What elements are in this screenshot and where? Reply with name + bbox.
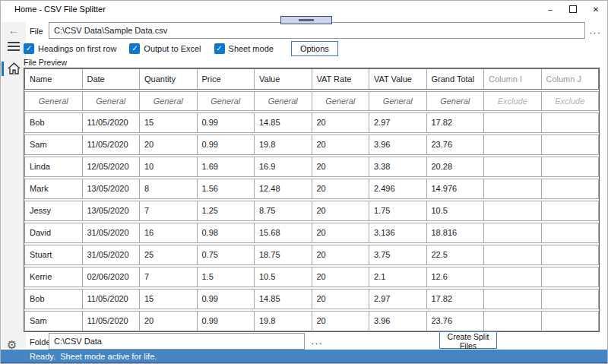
checkbox-label: Sheet mode xyxy=(229,44,274,53)
status-bar: Ready. Sheet mode active for life. xyxy=(1,350,607,364)
table-cell: 20.28 xyxy=(427,157,485,176)
table-row: Stuart31/05/2020250.7518.75203.7522.5 xyxy=(24,245,599,265)
table-cell: 31/05/2020 xyxy=(83,223,141,242)
table-cell: 20 xyxy=(312,245,370,264)
column-header-quantity: Quantity xyxy=(140,69,198,89)
column-format-cell[interactable]: General xyxy=(312,92,370,110)
table-cell: 1.5 xyxy=(198,267,255,286)
settings-button[interactable]: ⚙ xyxy=(7,339,17,350)
create-split-files-button[interactable]: Create Split Files xyxy=(439,331,497,349)
close-icon: ✕ xyxy=(593,5,599,14)
column-format-cell[interactable]: General xyxy=(427,92,485,110)
checkbox-sheet-mode[interactable]: ✓ Sheet mode xyxy=(214,43,274,54)
table-cell: 3.96 xyxy=(369,312,427,331)
table-cell: 2.97 xyxy=(369,113,427,132)
checkbox-headings-on-first-row[interactable]: ✓ Headings on first row xyxy=(24,43,116,54)
table-header-row: NameDateQuantityPriceValueVAT RateVAT Va… xyxy=(24,68,599,90)
status-text: Ready. Sheet mode active for life. xyxy=(30,352,157,361)
table-cell: 0.98 xyxy=(198,223,255,242)
table-cell: Bob xyxy=(25,113,83,132)
table-format-row: GeneralGeneralGeneralGeneralGeneralGener… xyxy=(24,91,599,111)
column-format-cell[interactable]: General xyxy=(140,92,198,110)
table-cell: Jessy xyxy=(25,201,83,220)
table-row: Jessy13/05/202071.258.75201.7510.5 xyxy=(24,201,599,221)
table-cell: 20 xyxy=(140,135,198,154)
table-cell xyxy=(542,267,599,286)
table-cell: 16.9 xyxy=(255,157,312,176)
table-cell: 11/05/2020 xyxy=(83,135,141,154)
column-format-cell[interactable]: General xyxy=(255,92,312,110)
table-cell xyxy=(484,135,542,154)
table-cell xyxy=(542,290,599,309)
folder-browse-button[interactable]: ··· xyxy=(307,334,327,347)
checkbox-output-to-excel[interactable]: ✓ Output to Excel xyxy=(129,43,201,54)
hamburger-icon xyxy=(8,49,20,51)
table-cell: Kerrie xyxy=(25,267,83,286)
table-cell: 20 xyxy=(312,267,370,286)
column-format-cell[interactable]: General xyxy=(198,92,255,110)
column-format-cell[interactable]: General xyxy=(369,92,427,110)
table-cell: 25 xyxy=(140,245,198,264)
table-cell: 20 xyxy=(312,135,370,154)
column-format-cell[interactable]: General xyxy=(83,92,141,110)
table-cell xyxy=(542,179,599,198)
table-cell: 17.82 xyxy=(427,290,485,309)
table-cell: 0.99 xyxy=(198,290,255,309)
maximize-button[interactable] xyxy=(562,1,584,17)
table-cell: Linda xyxy=(25,157,83,176)
table-cell: 20 xyxy=(312,113,370,132)
table-cell xyxy=(484,113,542,132)
table-cell: 2.97 xyxy=(369,290,427,309)
table-cell: 14.976 xyxy=(427,179,485,198)
column-header-column-i: Column I xyxy=(484,69,542,89)
table-cell: 2.496 xyxy=(369,179,427,198)
table-cell: 1.56 xyxy=(198,179,255,198)
table-cell: 12.6 xyxy=(427,267,485,286)
options-row: ✓ Headings on first row ✓ Output to Exce… xyxy=(24,40,338,57)
minimize-button[interactable]: – xyxy=(539,1,562,17)
table-row: Sam11/05/2020200.9919.8203.9623.76 xyxy=(24,311,599,331)
table-cell: Sam xyxy=(25,135,83,154)
column-format-cell[interactable]: Exclude xyxy=(542,92,599,110)
column-header-vat-value: VAT Value xyxy=(369,69,427,89)
table-cell xyxy=(484,223,542,242)
table-row: Bob11/05/2020150.9914.85202.9717.82 xyxy=(24,112,599,133)
table-cell: 13/05/2020 xyxy=(83,201,141,220)
table-row: Linda12/05/2020101.6916.9203.3820.28 xyxy=(24,157,599,177)
file-browse-button[interactable]: ··· xyxy=(585,23,605,36)
table-cell: 20 xyxy=(312,157,370,176)
hamburger-icon xyxy=(8,46,20,47)
column-format-cell[interactable]: General xyxy=(25,92,83,110)
back-button[interactable]: ← xyxy=(5,24,22,37)
table-row: Mark13/05/202081.5612.48202.49614.976 xyxy=(24,179,599,199)
close-button[interactable]: ✕ xyxy=(584,1,607,17)
table-cell: 10.5 xyxy=(255,267,312,286)
selected-indicator xyxy=(2,62,4,76)
file-preview-label: File Preview xyxy=(24,58,67,67)
table-cell xyxy=(484,179,542,198)
table-cell: 0.99 xyxy=(198,312,255,331)
drag-handle-widget[interactable] xyxy=(280,16,332,24)
table-cell: 14.85 xyxy=(255,113,312,132)
table-cell: 12/05/2020 xyxy=(83,157,141,176)
column-header-value: Value xyxy=(255,69,312,89)
table-cell: 22.5 xyxy=(427,245,485,264)
file-path-input[interactable] xyxy=(49,22,585,39)
table-cell: 7 xyxy=(140,267,198,286)
sidebar-item-home[interactable] xyxy=(2,61,26,77)
table-cell: 18.816 xyxy=(427,223,485,242)
home-icon xyxy=(7,62,21,75)
options-button[interactable]: Options xyxy=(291,41,338,56)
table-cell: 16 xyxy=(140,223,198,242)
table-cell: 3.96 xyxy=(369,135,427,154)
folder-path-input[interactable] xyxy=(49,333,305,350)
checked-checkbox-icon: ✓ xyxy=(214,43,225,54)
hamburger-icon xyxy=(8,42,20,43)
table-cell: 3.75 xyxy=(369,245,427,264)
column-format-cell[interactable]: Exclude xyxy=(484,92,542,110)
table-cell: 11/05/2020 xyxy=(83,113,141,132)
menu-button[interactable] xyxy=(8,42,20,53)
table-cell: Stuart xyxy=(25,245,83,264)
table-cell xyxy=(542,223,599,242)
table-cell: 20 xyxy=(140,312,198,331)
